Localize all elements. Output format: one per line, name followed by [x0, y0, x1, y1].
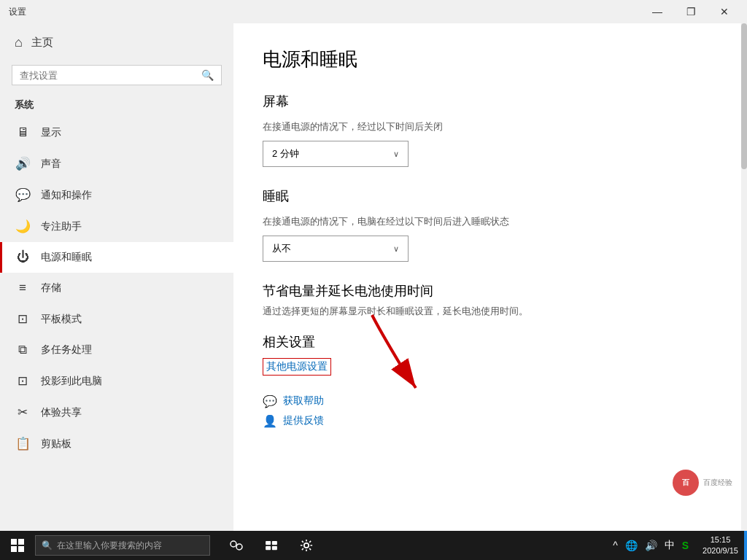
input-method-icon[interactable]: 中	[662, 539, 677, 552]
sidebar-item-clipboard-label: 剪贴板	[41, 438, 71, 451]
get-help-item[interactable]: 💬 获取帮助	[263, 394, 712, 408]
sidebar: ⌂ 主页 🔍 系统 🖥 显示 🔊 声音 💬 通知和操作 🌙 专注助手 ⏻ 电源和…	[0, 23, 233, 531]
maximize-button[interactable]: ❐	[674, 0, 708, 23]
share-icon: ✂	[15, 405, 31, 420]
taskbar-settings-button[interactable]	[292, 531, 321, 560]
screen-heading: 屏幕	[263, 93, 712, 110]
sidebar-item-home[interactable]: ⌂ 主页	[0, 23, 233, 62]
window-controls: — ❐ ✕	[640, 0, 741, 23]
help-section: 💬 获取帮助 👤 提供反馈	[263, 394, 712, 428]
battery-desc: 通过选择更短的屏幕显示时长和睡眠设置，延长电池使用时间。	[263, 304, 712, 319]
taskbar-virtual-desktop-button[interactable]	[257, 531, 286, 560]
minimize-button[interactable]: —	[640, 0, 674, 23]
sidebar-item-tablet[interactable]: ⊡ 平板模式	[0, 303, 233, 335]
clock-time: 15:15	[711, 534, 731, 545]
sidebar-item-storage-label: 存储	[41, 281, 61, 295]
volume-icon[interactable]: 🔊	[643, 540, 659, 551]
home-icon: ⌂	[15, 35, 23, 50]
main-panel: 电源和睡眠 屏幕 在接通电源的情况下，经过以下时间后关闭 2 分钟 ∨ 睡眠 在…	[233, 23, 741, 531]
svg-point-6	[236, 544, 242, 550]
svg-rect-1	[11, 539, 17, 545]
taskbar-right: ^ 🌐 🔊 中 S 15:15 2020/9/15	[605, 531, 747, 560]
sleep-desc: 在接通电源的情况下，电脑在经过以下时间后进入睡眠状态	[263, 215, 712, 228]
storage-icon: ≡	[15, 281, 31, 295]
taskbar-clock[interactable]: 15:15 2020/9/15	[697, 531, 744, 560]
sidebar-item-focus[interactable]: 🌙 专注助手	[0, 211, 233, 242]
taskbar-search-icon: 🔍	[42, 540, 53, 551]
red-arrow-annotation	[357, 308, 474, 398]
svg-rect-4	[18, 546, 24, 552]
get-help-label: 获取帮助	[283, 394, 324, 408]
system-tray: ^ 🌐 🔊 中 S	[605, 531, 697, 560]
sidebar-item-multitask-label: 多任务处理	[41, 343, 92, 357]
taskbar-task-view-button[interactable]	[222, 531, 251, 560]
screen-dropdown-value: 2 分钟	[272, 147, 299, 160]
sidebar-item-sound[interactable]: 🔊 声音	[0, 148, 233, 179]
sidebar-item-multitask[interactable]: ⧉ 多任务处理	[0, 335, 233, 365]
help-icon: 💬	[263, 394, 277, 408]
project-icon: ⊡	[15, 373, 31, 389]
multitask-icon: ⧉	[15, 343, 31, 357]
power-icon: ⏻	[15, 250, 31, 265]
watermark: 百 百度经验	[673, 470, 732, 496]
security-icon[interactable]: S	[680, 540, 691, 551]
sidebar-item-tablet-label: 平板模式	[41, 313, 82, 326]
display-icon: 🖥	[15, 125, 31, 140]
sidebar-item-share-label: 体验共享	[41, 406, 82, 419]
feedback-item[interactable]: 👤 提供反馈	[263, 414, 712, 428]
sidebar-item-storage[interactable]: ≡ 存储	[0, 273, 233, 303]
svg-point-5	[231, 541, 236, 547]
other-power-settings-link[interactable]: 其他电源设置	[263, 358, 331, 376]
window-title: 设置	[6, 6, 26, 18]
start-button[interactable]	[0, 531, 35, 560]
watermark-logo: 百	[673, 470, 699, 496]
battery-heading: 节省电量并延长电池使用时间	[263, 282, 712, 300]
sidebar-item-project[interactable]: ⊡ 投影到此电脑	[0, 365, 233, 397]
close-button[interactable]: ✕	[708, 0, 741, 23]
sound-icon: 🔊	[15, 156, 31, 171]
sidebar-item-sound-label: 声音	[41, 158, 61, 171]
scrollbar-thumb[interactable]	[741, 23, 747, 169]
search-input[interactable]	[20, 70, 201, 81]
tablet-icon: ⊡	[15, 311, 31, 327]
related-settings-heading: 相关设置	[263, 333, 712, 351]
sleep-dropdown-value: 从不	[272, 242, 291, 255]
taskbar-search-box[interactable]: 🔍 在这里输入你要搜索的内容	[35, 535, 210, 556]
sidebar-item-display-label: 显示	[41, 126, 61, 139]
action-center-indicator	[744, 531, 747, 560]
notifications-icon: 💬	[15, 187, 31, 203]
focus-icon: 🌙	[15, 219, 31, 234]
sidebar-item-share[interactable]: ✂ 体验共享	[0, 397, 233, 428]
clipboard-icon: 📋	[15, 436, 31, 451]
svg-rect-8	[272, 541, 277, 545]
svg-rect-10	[272, 546, 277, 550]
sidebar-item-power[interactable]: ⏻ 电源和睡眠	[0, 242, 233, 273]
clock-date: 2020/9/15	[703, 545, 738, 556]
sidebar-section-label: 系统	[0, 94, 233, 117]
sidebar-item-clipboard[interactable]: 📋 剪贴板	[0, 428, 233, 459]
sidebar-item-notifications-label: 通知和操作	[41, 189, 92, 202]
chevron-down-icon-sleep: ∨	[393, 244, 399, 254]
home-label: 主页	[31, 36, 53, 50]
sidebar-item-notifications[interactable]: 💬 通知和操作	[0, 179, 233, 211]
tray-arrow-icon[interactable]: ^	[611, 540, 620, 551]
scrollbar-track[interactable]	[741, 23, 747, 531]
app-body: ⌂ 主页 🔍 系统 🖥 显示 🔊 声音 💬 通知和操作 🌙 专注助手 ⏻ 电源和…	[0, 23, 747, 531]
page-title: 电源和睡眠	[263, 47, 712, 72]
svg-rect-2	[18, 539, 24, 545]
sleep-heading: 睡眠	[263, 187, 712, 205]
svg-rect-9	[266, 546, 271, 550]
screen-dropdown[interactable]: 2 分钟 ∨	[263, 141, 409, 167]
network-icon[interactable]: 🌐	[623, 540, 640, 551]
svg-point-11	[304, 543, 309, 548]
feedback-label: 提供反馈	[283, 414, 324, 427]
search-icon: 🔍	[201, 69, 214, 81]
sidebar-item-display[interactable]: 🖥 显示	[0, 117, 233, 148]
svg-rect-3	[11, 546, 17, 552]
sleep-dropdown[interactable]: 从不 ∨	[263, 236, 409, 262]
sidebar-item-power-label: 电源和睡眠	[41, 251, 92, 264]
svg-rect-7	[266, 541, 271, 545]
sidebar-search-box[interactable]: 🔍	[12, 65, 222, 85]
watermark-text: 百度经验	[703, 478, 732, 488]
sidebar-item-focus-label: 专注助手	[41, 220, 82, 233]
